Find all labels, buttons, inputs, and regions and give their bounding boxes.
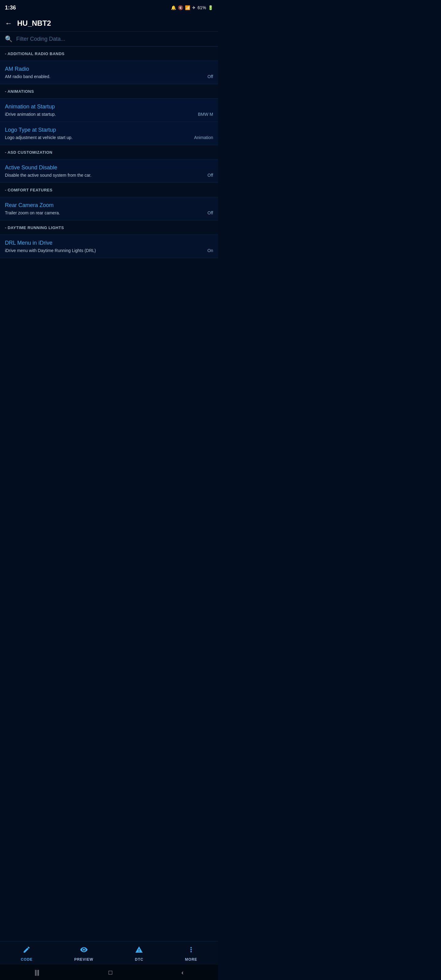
setting-desc-active-sound: Disable the active sound system from the… xyxy=(5,173,91,178)
setting-animation-startup[interactable]: Animation at Startup iDrive animation at… xyxy=(0,99,218,122)
category-daytime-running-lights: - DAYTIME RUNNING LIGHTS xyxy=(0,221,218,235)
category-label: - ADDITIONAL RADIO BANDS xyxy=(5,51,65,56)
search-input[interactable] xyxy=(16,36,213,42)
warning-icon xyxy=(135,946,143,956)
pencil-icon xyxy=(23,946,30,956)
android-back-button[interactable]: ‹ xyxy=(181,969,183,976)
setting-am-radio[interactable]: AM Radio AM radio band enabled. Off xyxy=(0,61,218,84)
setting-name-active-sound: Active Sound Disable xyxy=(5,164,213,171)
more-dots-icon xyxy=(187,946,195,956)
nav-item-dtc[interactable]: DTC xyxy=(135,946,143,962)
wifi-icon: 📶 xyxy=(185,5,190,10)
category-asd-customization: - ASD CUSTOMIZATION xyxy=(0,145,218,159)
setting-value-active-sound: Off xyxy=(208,173,213,178)
mute-icon: 🔇 xyxy=(178,5,183,10)
header: ← HU_NBT2 xyxy=(0,15,218,32)
nav-label-code: CODE xyxy=(21,957,33,962)
nav-label-dtc: DTC xyxy=(135,957,143,962)
setting-row-logo-type: Logo adjustment at vehicle start up. Ani… xyxy=(5,135,213,140)
android-nav-bar: ||| □ ‹ xyxy=(0,965,218,980)
setting-desc-rear-camera: Trailer zoom on rear camera. xyxy=(5,210,60,215)
setting-desc-drl: iDrive menu with Daytime Running Lights … xyxy=(5,248,96,253)
setting-row-rear-camera: Trailer zoom on rear camera. Off xyxy=(5,210,213,215)
setting-name-logo-type: Logo Type at Startup xyxy=(5,127,213,133)
setting-name-drl: DRL Menu in iDrive xyxy=(5,240,213,246)
setting-name-animation-startup: Animation at Startup xyxy=(5,103,213,110)
setting-logo-type-startup[interactable]: Logo Type at Startup Logo adjustment at … xyxy=(0,122,218,145)
nav-label-more: MORE xyxy=(185,957,197,962)
search-icon: 🔍 xyxy=(5,35,13,43)
category-additional-radio-bands: - ADDITIONAL RADIO BANDS xyxy=(0,46,218,61)
android-recents-button[interactable]: ||| xyxy=(35,969,40,976)
category-label-animations: - ANIMATIONS xyxy=(5,89,34,94)
category-label-comfort: - COMFORT FEATURES xyxy=(5,188,53,192)
airplane-icon: ✈ xyxy=(192,5,196,10)
category-label-drl: - DAYTIME RUNNING LIGHTS xyxy=(5,225,64,230)
setting-row-drl: iDrive menu with Daytime Running Lights … xyxy=(5,248,213,253)
eye-icon xyxy=(80,946,88,956)
alarm-icon: 🔔 xyxy=(171,5,176,10)
setting-drl-menu-idrive[interactable]: DRL Menu in iDrive iDrive menu with Dayt… xyxy=(0,235,218,258)
category-comfort-features: - COMFORT FEATURES xyxy=(0,183,218,197)
setting-rear-camera-zoom[interactable]: Rear Camera Zoom Trailer zoom on rear ca… xyxy=(0,197,218,221)
setting-desc-logo-type: Logo adjustment at vehicle start up. xyxy=(5,135,73,140)
setting-name-am-radio: AM Radio xyxy=(5,66,213,72)
setting-row-active-sound: Disable the active sound system from the… xyxy=(5,173,213,178)
status-bar: 1:36 🔔 🔇 📶 ✈ 61% 🔋 xyxy=(0,0,218,15)
setting-desc-am-radio: AM radio band enabled. xyxy=(5,74,51,79)
nav-label-preview: PREVIEW xyxy=(74,957,93,962)
nav-item-preview[interactable]: PREVIEW xyxy=(74,946,93,962)
status-icons: 🔔 🔇 📶 ✈ 61% 🔋 xyxy=(171,5,213,10)
setting-desc-animation-startup: iDrive animation at startup. xyxy=(5,112,56,117)
content-area: - ADDITIONAL RADIO BANDS AM Radio AM rad… xyxy=(0,46,218,295)
setting-row-am-radio: AM radio band enabled. Off xyxy=(5,74,213,79)
setting-value-animation-startup: BMW M xyxy=(198,112,213,117)
status-time: 1:36 xyxy=(5,5,16,11)
category-label-asd: - ASD CUSTOMIZATION xyxy=(5,150,53,155)
setting-value-am-radio: Off xyxy=(208,74,213,79)
page-title: HU_NBT2 xyxy=(17,19,51,27)
setting-value-logo-type: Animation xyxy=(194,135,213,140)
search-container: 🔍 xyxy=(0,32,218,46)
battery-icon: 🔋 xyxy=(208,5,213,10)
category-animations: - ANIMATIONS xyxy=(0,84,218,99)
setting-active-sound-disable[interactable]: Active Sound Disable Disable the active … xyxy=(0,159,218,183)
setting-value-drl: On xyxy=(207,248,213,253)
nav-item-more[interactable]: MORE xyxy=(185,946,197,962)
setting-name-rear-camera: Rear Camera Zoom xyxy=(5,202,213,208)
setting-row-animation-startup: iDrive animation at startup. BMW M xyxy=(5,112,213,117)
back-button[interactable]: ← xyxy=(5,19,12,27)
bottom-nav: CODE PREVIEW DTC MORE xyxy=(0,941,218,965)
setting-value-rear-camera: Off xyxy=(208,210,213,215)
android-home-button[interactable]: □ xyxy=(108,969,112,976)
battery-text: 61% xyxy=(197,5,206,10)
nav-item-code[interactable]: CODE xyxy=(21,946,33,962)
